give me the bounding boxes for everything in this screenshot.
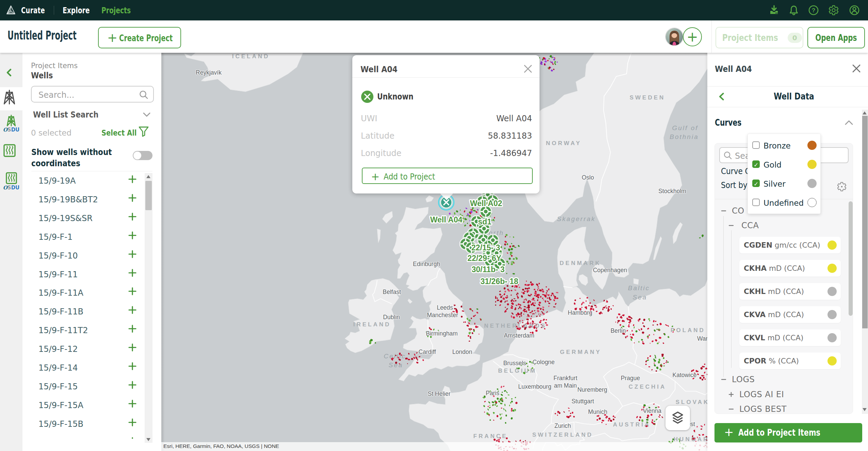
quality-option-undefined[interactable]: Undefined: [748, 196, 821, 215]
scroll-down-arrow[interactable]: [863, 408, 867, 411]
tree-group-label[interactable]: CCA: [741, 220, 759, 231]
well-list-item[interactable]: 15/9-F-10: [22, 246, 144, 265]
collapse-minus-icon[interactable]: [721, 377, 726, 382]
collapse-minus-icon[interactable]: [728, 223, 734, 228]
curve-name: CKHL mD (CCA): [744, 287, 804, 296]
popup-divider: [352, 77, 540, 78]
svg-text:?: ?: [812, 7, 815, 14]
nav-projects[interactable]: Projects: [101, 6, 131, 15]
app-logo-icon: [6, 5, 16, 15]
quality-option-gold[interactable]: ✓ Gold: [748, 158, 821, 177]
chevron-down-icon[interactable]: [143, 112, 150, 117]
seismic-osdu-icon[interactable]: OSDU: [0, 172, 22, 191]
quality-option-bronze[interactable]: Bronze: [748, 139, 821, 158]
collapse-minus-icon[interactable]: [728, 406, 734, 412]
add-well-icon[interactable]: [128, 380, 137, 389]
nav-explore[interactable]: Explore: [63, 6, 90, 15]
well-list-item[interactable]: 15/9-19A: [22, 171, 144, 190]
download-icon[interactable]: [769, 5, 779, 16]
tree-logs-label[interactable]: LOGS BEST: [739, 404, 787, 414]
coordinates-toggle[interactable]: [133, 151, 152, 160]
well-list-item[interactable]: 15/9-F-11T2: [22, 321, 144, 340]
scroll-thumb[interactable]: [862, 116, 868, 328]
wells-search-input[interactable]: Search...: [31, 86, 154, 103]
add-user-button[interactable]: +: [683, 27, 702, 46]
checkbox-icon[interactable]: ✓: [752, 180, 760, 187]
add-well-icon[interactable]: [128, 212, 137, 221]
add-well-icon[interactable]: [128, 268, 137, 277]
well-list-item[interactable]: 15/9-F-11: [22, 265, 144, 284]
profile-icon[interactable]: [849, 5, 860, 16]
wells-osdu-icon[interactable]: OSDU: [0, 115, 22, 133]
well-list-item[interactable]: 15/9-F-15C: [22, 433, 144, 439]
layers-button[interactable]: [665, 406, 690, 430]
add-to-project-button[interactable]: + Add to Project: [362, 168, 533, 184]
curve-item[interactable]: CKHL mD (CCA): [739, 283, 841, 300]
well-list-item[interactable]: 15/9-F-11B: [22, 302, 144, 321]
tree-guide-line: [731, 230, 732, 368]
tree-logs-label[interactable]: LOGS: [732, 374, 755, 385]
curves-tree: COCCA CGDEN gm/cc (CCA) CKHA mD (CCA) CK…: [707, 53, 868, 451]
well-list-search-header[interactable]: Well List Search: [33, 110, 110, 120]
add-well-icon[interactable]: [128, 437, 137, 439]
scroll-up-arrow[interactable]: [863, 111, 867, 114]
checkbox-icon[interactable]: ✓: [752, 160, 760, 168]
add-well-icon[interactable]: [128, 324, 137, 333]
well-list-item[interactable]: 15/9-19B&BT2: [22, 190, 144, 209]
filter-funnel-icon[interactable]: [139, 126, 149, 137]
quality-option-silver[interactable]: ✓ Silver: [748, 177, 821, 196]
nav-curate[interactable]: Curate: [21, 6, 45, 15]
seismic-icon[interactable]: [3, 144, 16, 157]
curve-item[interactable]: CKVA mD (CCA): [739, 306, 841, 323]
tree-scroll-thumb[interactable]: [849, 201, 853, 316]
add-to-project-items-button[interactable]: + Add to Project Items: [714, 423, 862, 442]
well-list-item[interactable]: 15/9-F-15A: [22, 396, 144, 415]
add-well-icon[interactable]: [128, 399, 137, 408]
panel-scrollbar[interactable]: [862, 110, 868, 414]
curve-item[interactable]: CKHA mD (CCA): [739, 260, 841, 277]
wells-scrollbar[interactable]: [145, 173, 152, 443]
checkbox-icon[interactable]: [752, 199, 760, 206]
scroll-down-arrow[interactable]: [146, 438, 150, 441]
add-well-icon[interactable]: [128, 193, 137, 202]
well-list-item[interactable]: 15/9-19S&SR: [22, 209, 144, 228]
gear-icon[interactable]: [828, 5, 839, 16]
expand-plus-icon[interactable]: [728, 392, 734, 397]
well-list-item[interactable]: 15/9-F-15: [22, 377, 144, 396]
close-icon[interactable]: [524, 64, 532, 73]
panel-eyebrow: Project Items: [31, 62, 78, 70]
help-icon[interactable]: ?: [808, 5, 819, 16]
scroll-up-arrow[interactable]: [146, 175, 150, 178]
checkbox-icon[interactable]: [752, 141, 760, 149]
add-well-icon[interactable]: [128, 362, 137, 371]
add-well-icon[interactable]: [128, 175, 137, 184]
curve-item[interactable]: CKVL mD (CCA): [739, 329, 841, 346]
add-well-icon[interactable]: [128, 250, 137, 259]
well-list-item[interactable]: 15/9-F-11A: [22, 283, 144, 302]
well-label: 30/11b- 3: [471, 265, 504, 274]
tree-root-label[interactable]: CO: [732, 206, 746, 216]
add-well-icon[interactable]: [128, 343, 137, 352]
well-list-item[interactable]: 15/9-F-1: [22, 228, 144, 246]
collapse-chevron-icon[interactable]: [5, 68, 13, 77]
add-well-icon[interactable]: [128, 306, 137, 314]
add-well-icon[interactable]: [128, 287, 137, 296]
curve-item[interactable]: CPOR % (CCA): [739, 353, 841, 369]
curve-quality-dot: [827, 287, 837, 296]
well-list-item[interactable]: 15/9-F-14: [22, 358, 144, 377]
collapse-minus-icon[interactable]: [721, 208, 726, 214]
wells-icon[interactable]: [3, 90, 16, 105]
well-list-item[interactable]: 15/9-F-15B: [22, 415, 144, 433]
create-project-button[interactable]: + Create Project: [98, 27, 181, 48]
scroll-thumb[interactable]: [145, 181, 152, 210]
well-list-item[interactable]: 15/9-F-12: [22, 340, 144, 358]
bell-icon[interactable]: [788, 5, 799, 16]
avatar[interactable]: [666, 28, 683, 45]
curve-item[interactable]: CGDEN gm/cc (CCA): [739, 237, 841, 253]
add-well-icon[interactable]: [128, 418, 137, 427]
tree-logs-label[interactable]: LOGS AI EI: [739, 389, 784, 400]
curve-quality-dot: [827, 264, 837, 273]
open-apps-button[interactable]: Open Apps: [807, 27, 865, 48]
select-all-link[interactable]: Select All: [101, 128, 143, 137]
add-well-icon[interactable]: [128, 231, 137, 240]
